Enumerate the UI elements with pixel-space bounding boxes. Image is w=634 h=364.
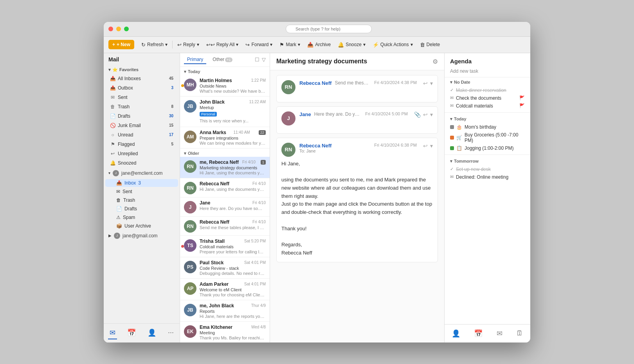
email-time: Sat 5:20 PM <box>244 239 266 243</box>
list-item[interactable]: PS Paul Stock Sat 4:01 PM Code Review - … <box>180 257 270 279</box>
sidebar-item-trash[interactable]: 🗑 Trash 8 <box>105 102 178 111</box>
snoozed-icon: 🔔 <box>110 160 115 166</box>
mark-button[interactable]: ⚑ Mark ▾ <box>276 40 303 49</box>
email-subject: Reports <box>200 309 266 314</box>
email-preview: We can bring new modules for you... <box>200 141 266 145</box>
new-button[interactable]: + + New <box>108 40 134 49</box>
close-button[interactable] <box>108 27 113 31</box>
contacts-agenda-button[interactable]: 👤 <box>450 328 462 339</box>
reply-all-button[interactable]: ↩↩ Reply All ▾ <box>203 40 242 49</box>
email-preview: What's new outside? We have been... <box>200 89 266 93</box>
avatar: RN <box>184 220 196 233</box>
list-item[interactable]: TS Trisha Stall Sat 5:20 PM Coldcall mat… <box>180 236 270 257</box>
account1-header[interactable]: ▾ J jane@emclient.com <box>104 168 180 179</box>
task-label: Declined: Online meeting <box>456 174 525 180</box>
reply-icon: ↩ <box>177 42 182 48</box>
email-content: Rebecca Neff Fri 4/10 Send me these tabl… <box>200 219 266 230</box>
sidebar-item-snoozed[interactable]: 🔔 Snoozed <box>105 159 178 167</box>
agenda-task[interactable]: ✉ Check the documents 🚩 <box>450 94 525 102</box>
email-content: Trisha Stall Sat 5:20 PM Coldcall materi… <box>200 238 266 254</box>
tab-other[interactable]: Other+1 <box>209 56 235 64</box>
contacts-nav-button[interactable]: 👤 <box>146 327 158 339</box>
thread-sender: Rebecca Neff <box>299 80 331 86</box>
email-time: Wed 4/8 <box>251 325 266 329</box>
mail-task-icon: ✉ <box>450 95 454 100</box>
search-input[interactable] <box>286 25 372 33</box>
select-all-icon[interactable]: ☐ <box>255 57 259 63</box>
reply-thread-icon[interactable]: ↩ <box>423 80 428 86</box>
agenda-event[interactable]: 📋 Jogging (1:00-2:00 PM) <box>450 144 525 152</box>
agenda-panel: Agenda Add new task ▾ No Date ✓ Make din… <box>444 53 530 342</box>
today-group-header: ▾ Today <box>180 67 270 75</box>
account2-header[interactable]: ▶ J jane@gmail.com <box>104 230 180 241</box>
sidebar-item-junk[interactable]: 🚫 Junk Email 15 <box>105 121 178 130</box>
toolbar-separator <box>172 41 173 48</box>
attachment-icon: 📎 <box>414 111 421 118</box>
thread-message[interactable]: RN Rebecca Neff To: Jane Fri 4/10/2024 6… <box>276 138 438 263</box>
forward-button[interactable]: ↪ Forward ▾ <box>242 40 276 49</box>
list-item[interactable]: AM Anna Marks 11:40 AM 22 Prepare integr… <box>180 127 270 149</box>
tab-primary[interactable]: Primary <box>184 56 206 64</box>
sidebar-item-sent[interactable]: ✉ Sent <box>105 93 178 102</box>
list-item[interactable]: RN Rebecca Neff Fri 4/10 Send me these t… <box>180 217 270 236</box>
thread-message[interactable]: RN Rebecca Neff Send me these tables ple… <box>276 75 438 102</box>
agenda-task[interactable]: ✓ Set up new desk <box>450 165 525 173</box>
agenda-task[interactable]: ✉ Declined: Online meeting <box>450 173 525 181</box>
maximize-button[interactable] <box>124 27 129 31</box>
reply-all-icon: ↩↩ <box>206 42 215 48</box>
sidebar-item-unread[interactable]: ○ Unread 17 <box>105 131 178 139</box>
add-task-input[interactable]: Add new task <box>445 67 530 77</box>
expand-thread-icon[interactable]: ▾ <box>430 80 433 86</box>
expand-thread-icon[interactable]: ▾ <box>430 143 433 149</box>
list-item[interactable]: J Jane Fri 4/10 Here they are. Do you ha… <box>180 197 270 217</box>
reply-thread-icon[interactable]: ↩ <box>423 111 428 118</box>
calendar-nav-button[interactable]: 📅 <box>126 327 137 339</box>
delete-button[interactable]: 🗑 Delete <box>417 40 443 49</box>
list-item[interactable]: EK Ema Kitchener Wed 4/8 Meeting Thank y… <box>180 322 270 342</box>
task-label: Make dinner reservation <box>456 88 525 93</box>
quick-actions-button[interactable]: ⚡ Quick Actions ▾ <box>369 40 416 49</box>
expand-thread-icon[interactable]: ▾ <box>430 111 433 118</box>
sidebar-sub-drafts[interactable]: 📄 Drafts <box>105 205 178 213</box>
sidebar-sub-spam[interactable]: ⚠ Spam <box>105 213 178 221</box>
today-header: ▾ Today <box>450 117 525 122</box>
mail-nav-button[interactable]: ✉ <box>108 327 117 339</box>
sidebar-item-all-inboxes[interactable]: 📥 All Inboxes 45 <box>105 74 178 83</box>
unread-indicator <box>181 84 184 87</box>
sidebar-item-outbox[interactable]: 📤 Outbox 3 <box>105 84 178 92</box>
agenda-agenda-button[interactable]: 📅 <box>472 328 484 339</box>
sidebar-sub-sent[interactable]: ✉ Sent <box>105 188 178 195</box>
sidebar-sub-archive[interactable]: 📦 User Archive <box>105 222 178 230</box>
thread-date: Fri 4/10/2024 4:38 PM <box>374 80 417 85</box>
archive-button[interactable]: 📥 Archive <box>304 40 334 49</box>
list-item[interactable]: AP Adam Parker Sat 4:01 PM Welcome to eM… <box>180 279 270 300</box>
thread-message[interactable]: J Jane Here they are. Do you have some a… <box>276 106 438 134</box>
agenda-event[interactable]: 🛒 Buy Groceries (5:00 -7:00 PM) <box>450 131 525 144</box>
list-item[interactable]: RN Rebecca Neff Fri 4/10 Hi Jane, using … <box>180 178 270 197</box>
filter-icon[interactable]: ▽ <box>262 57 266 63</box>
email-time: 11:22 AM <box>249 100 266 104</box>
reply-thread-icon[interactable]: ↩ <box>423 143 428 149</box>
agenda-task[interactable]: ✉ Coldcall materials 🚩 <box>450 102 525 110</box>
list-item[interactable]: JB John Black 11:22 AM Meetup Personal T… <box>180 97 270 127</box>
list-item[interactable]: JB me, John Black Thur 4/9 Reports Hi Ja… <box>180 300 270 322</box>
mail-agenda-button[interactable]: ✉ <box>495 328 504 339</box>
sidebar-sub-inbox[interactable]: 📥 Inbox 3 <box>105 179 178 187</box>
sidebar-item-drafts[interactable]: 📄 Drafts 30 <box>105 112 178 120</box>
app-window: 🔍 + + New ↻ Refresh ▾ ↩ Reply ▾ ↩↩ Reply… <box>104 22 530 342</box>
settings-icon[interactable]: ⚙ <box>432 58 438 65</box>
list-item[interactable]: MH Martin Holmes 1:22 PM Outside News Wh… <box>180 75 270 97</box>
sidebar-item-unreplied[interactable]: ↩ Unreplied <box>105 149 178 158</box>
more-nav-button[interactable]: ··· <box>166 327 175 339</box>
reply-button[interactable]: ↩ Reply ▾ <box>174 40 202 49</box>
refresh-button[interactable]: ↻ Refresh ▾ <box>138 40 171 49</box>
sidebar-item-flagged[interactable]: ⚑ Flagged 5 <box>105 140 178 149</box>
snooze-button[interactable]: 🔔 Snooze ▾ <box>335 40 369 49</box>
minimize-button[interactable] <box>116 27 121 31</box>
email-content: Jane Fri 4/10 Here they are. Do you have… <box>200 200 266 211</box>
agenda-task[interactable]: ✓ Make dinner reservation <box>450 86 525 94</box>
agenda-event[interactable]: 🎂 Mom's birthday <box>450 123 525 131</box>
calendar-agenda-button[interactable]: 🗓 <box>515 328 525 339</box>
sidebar-sub-trash[interactable]: 🗑 Trash <box>105 196 178 204</box>
list-item[interactable]: RN me, Rebecca Neff Fri 4/10 1 Marketing… <box>180 157 270 178</box>
